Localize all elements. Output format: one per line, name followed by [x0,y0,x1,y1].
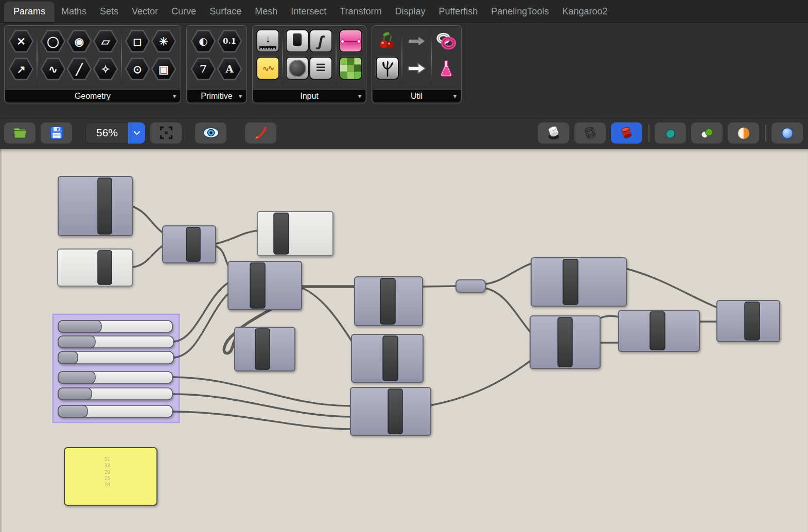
gh-component-param-light[interactable] [58,249,132,286]
gh-component-right-a[interactable] [531,258,626,306]
cherry-picker-icon[interactable] [376,29,399,52]
param-box-icon[interactable]: ◻ [125,29,150,53]
param-point-icon[interactable]: ✧ [93,57,118,81]
tab-sets[interactable]: Sets [93,2,125,22]
value-list-icon[interactable]: ≡ [309,57,332,80]
gh-component-right-d[interactable] [717,300,780,342]
zoom-control[interactable]: 56% [85,122,145,144]
divider [401,30,402,85]
group-label-util[interactable]: Util ▾ [373,90,461,102]
relay-gray-arrow-icon[interactable] [405,29,428,52]
number-slider-4[interactable] [58,371,172,383]
ribbon-group-util: Util ▾ [372,25,462,103]
ribbon-tabbar: Params Maths Sets Vector Curve Surface M… [0,0,808,23]
graph-mapper-icon[interactable]: ∫ [309,29,332,52]
number-slider-2[interactable] [58,336,173,348]
orange-sphere-icon [736,126,751,140]
node-graph: 51 33 29 25 18 [0,149,808,532]
select-tool-button[interactable] [655,122,686,144]
preview-visibility-button[interactable] [195,122,226,144]
data-panel[interactable]: 51 33 29 25 18 [64,448,157,505]
panel-icon[interactable]: ∿∿ [256,57,279,80]
number-slider-icon[interactable]: ↓ [256,29,279,52]
open-file-button[interactable] [4,122,36,144]
group-select-button[interactable] [691,122,723,144]
tab-params[interactable]: Params [4,2,55,22]
gh-component-merge-small[interactable] [163,226,216,263]
tab-pufferfish[interactable]: Pufferfish [432,2,485,22]
tab-display[interactable]: Display [389,2,432,22]
param-geometry-icon[interactable]: ⊙ [125,57,150,81]
number-slider-6[interactable] [58,405,172,417]
panel-value: 51 [104,457,110,462]
group-label-primitive[interactable]: Primitive ▾ [187,90,246,102]
relay-white-arrow-icon[interactable] [405,57,428,80]
tab-panelingtools[interactable]: PanelingTools [484,2,555,22]
chevron-down-icon [132,128,142,138]
tab-maths[interactable]: Maths [55,2,93,22]
folder-open-icon [12,125,28,140]
zoom-extents-button[interactable] [150,122,182,144]
gh-relay[interactable] [456,280,485,292]
tab-mesh[interactable]: Mesh [248,2,284,22]
tab-intersect[interactable]: Intersect [284,2,333,22]
gh-component-mid-b[interactable] [352,334,423,382]
gh-component-mid-a[interactable] [355,277,423,326]
param-circle-icon[interactable]: ◯ [40,29,66,53]
save-floppy-icon [49,126,64,140]
divider [431,30,432,85]
param-number-icon[interactable]: 0.1 [217,29,242,53]
group-label-input[interactable]: Input ▾ [253,90,365,102]
gh-component-loopback[interactable] [235,327,295,371]
definition-canvas[interactable]: 51 33 29 25 18 [0,149,808,532]
param-vector-icon[interactable]: ↗ [8,57,34,81]
gh-component-param-large[interactable] [58,176,132,236]
param-text-icon[interactable]: A [217,57,242,81]
blue-sphere-icon [780,126,795,140]
divider [121,30,122,85]
param-spiral-icon[interactable]: ◉ [66,29,92,53]
number-slider-5[interactable] [58,388,172,400]
param-brep-icon[interactable]: ▣ [151,57,177,81]
preview-off-button[interactable] [538,122,569,144]
shaded-preview-button[interactable] [611,122,642,144]
param-curve-icon[interactable]: ∿ [40,57,66,81]
group-label-geometry[interactable]: Geometry ▾ [5,90,180,102]
param-boolean-icon[interactable]: ◐ [190,29,216,53]
gh-component-main[interactable] [228,261,302,310]
red-pen-icon [253,125,269,140]
gh-component-display-light[interactable] [257,211,333,256]
zoom-dropdown-button[interactable] [128,122,145,144]
ribbon: ✕ ↗ ◯ ∿ ◉ ╱ ▱ ✧ ◻ ⊙ ✳ ▣ [0,23,808,116]
jump-jimmy-icon[interactable] [434,29,458,52]
tab-surface[interactable]: Surface [203,2,248,22]
canvas-toolbar: 56% [0,116,808,149]
colour-swatch-icon[interactable] [339,57,362,80]
param-plane-icon[interactable]: ▱ [93,29,118,53]
display-point-button[interactable] [771,122,803,144]
boolean-toggle-icon[interactable] [286,29,309,52]
param-line-icon[interactable]: ╱ [66,57,92,81]
eye-icon [202,127,220,139]
no-preview-cylinder-icon [545,126,563,141]
tab-transform[interactable]: Transform [333,2,388,22]
param-integer-icon[interactable]: 7 [190,57,216,81]
number-slider-1[interactable] [58,321,172,332]
tab-curve[interactable]: Curve [165,2,203,22]
gumball-button[interactable] [728,122,759,144]
sketch-tool-button[interactable] [245,122,276,144]
param-cluster-icon[interactable]: ✕ [8,29,34,53]
tab-kangaroo2[interactable]: Kangaroo2 [555,2,614,22]
gh-component-right-c[interactable] [619,310,699,351]
number-slider-3[interactable] [58,351,173,364]
galapagos-tree-icon[interactable] [376,57,399,80]
wireframe-preview-button[interactable] [574,122,606,144]
gradient-icon[interactable] [339,29,362,52]
value-knob-icon[interactable] [286,57,309,80]
gh-component-right-b[interactable] [530,316,600,368]
param-mesh-icon[interactable]: ✳ [151,29,177,53]
flask-icon[interactable] [434,57,458,80]
save-file-button[interactable] [41,122,72,144]
gh-component-mid-c[interactable] [350,387,431,435]
tab-vector[interactable]: Vector [125,2,165,22]
